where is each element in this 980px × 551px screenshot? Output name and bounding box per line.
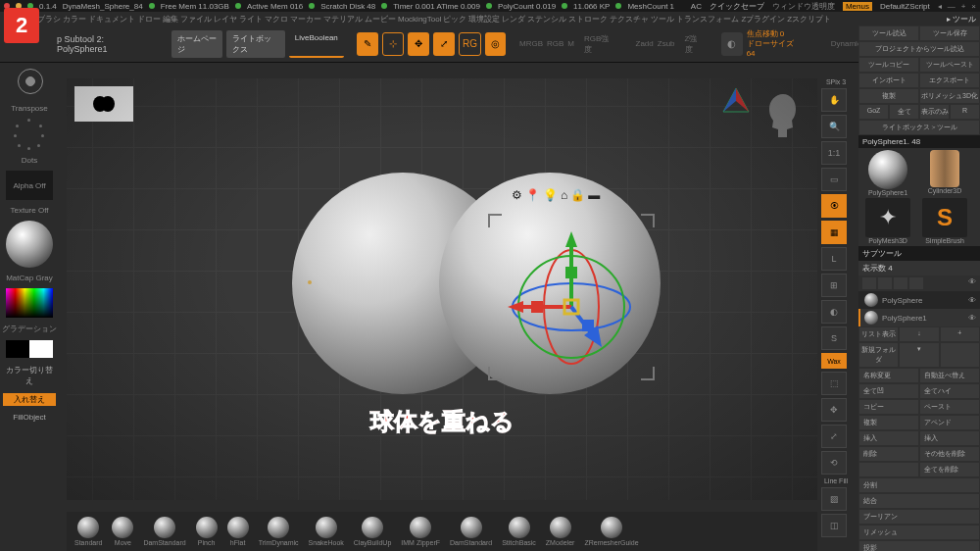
brush-zremesherguide[interactable]: ZRemesherGuide xyxy=(584,517,638,546)
rotate-mode-icon[interactable]: RG xyxy=(459,32,480,56)
menu-item[interactable]: ツール xyxy=(651,14,674,25)
scale-view-icon[interactable]: ⤢ xyxy=(821,425,847,448)
liveboolean-toggle[interactable]: LiveBoolean xyxy=(289,30,344,58)
panel-button[interactable]: 全てハイ xyxy=(920,384,979,398)
menu-item[interactable]: レンダ xyxy=(502,14,525,25)
mrgb-label[interactable]: MRGB xyxy=(519,39,543,48)
material-thumbnail[interactable] xyxy=(6,221,53,268)
mini-btn[interactable] xyxy=(862,277,876,289)
brush-pinch[interactable]: Pinch xyxy=(196,517,218,546)
rotate-view-icon[interactable]: ⟲ xyxy=(821,451,847,475)
floor-toggle-icon[interactable]: ▦ xyxy=(821,221,847,244)
zoom-tool-icon[interactable]: 🔍 xyxy=(821,115,847,138)
move-mode-icon[interactable]: ✥ xyxy=(408,32,429,56)
subtool-row[interactable]: PolySphere👁 xyxy=(858,291,980,309)
minimize-icon[interactable]: — xyxy=(948,2,956,11)
brush-snakehook[interactable]: SnakeHook xyxy=(309,517,344,546)
menu-item[interactable]: ドロー xyxy=(137,14,161,25)
move-view-icon[interactable]: ✥ xyxy=(821,398,847,422)
brush-hflat[interactable]: hFlat xyxy=(227,517,249,546)
texture-off-label[interactable]: Texture Off xyxy=(11,206,49,215)
alpha-thumbnail[interactable]: Alpha Off xyxy=(6,171,53,200)
window-opacity-label[interactable]: ウィンドウ透明度 xyxy=(772,1,835,12)
menu-item[interactable]: 編集 xyxy=(163,14,178,25)
draw-mode-icon[interactable]: ⊹ xyxy=(382,32,404,56)
brush-imm zipperf[interactable]: IMM ZipperF xyxy=(401,517,440,546)
menu-item[interactable]: マーカー xyxy=(290,14,321,25)
panel-button[interactable]: 全て凹 xyxy=(859,384,918,398)
wax-toggle[interactable]: Wax xyxy=(821,353,847,369)
frame-icon[interactable]: ▭ xyxy=(821,168,847,191)
polyframe-icon[interactable]: ▨ xyxy=(821,487,847,511)
subtool-header[interactable]: サブツール xyxy=(858,246,980,261)
panel-accordion[interactable]: 分割 xyxy=(859,478,979,492)
actual-size-icon[interactable]: 1:1 xyxy=(821,141,847,165)
panel-button[interactable]: 名称変更 xyxy=(859,369,918,382)
panel-accordion[interactable]: 投影 xyxy=(859,541,979,551)
brush-damstandard[interactable]: DamStandard xyxy=(143,517,185,546)
panel-button[interactable]: プロジェクトからツール読込 xyxy=(859,42,979,56)
panel-button[interactable]: ツール読込 xyxy=(859,26,918,40)
brush-move[interactable]: Move xyxy=(112,517,133,546)
m-label[interactable]: M xyxy=(567,39,574,48)
stroke-dots-icon[interactable] xyxy=(14,119,45,150)
axis-indicator[interactable] xyxy=(721,86,751,116)
zsub-label[interactable]: Zsub xyxy=(658,39,675,48)
default-zscript[interactable]: DefaultZScript xyxy=(880,2,930,11)
tool-tile-simplebrush[interactable]: SimpleBrush xyxy=(917,198,972,244)
eye-icon[interactable]: 👁 xyxy=(968,277,976,289)
transpose-tool-icon[interactable] xyxy=(12,63,47,98)
menu-item[interactable]: ステンシル xyxy=(527,14,566,25)
panel-button[interactable]: ▾ xyxy=(900,343,938,367)
linefill-label[interactable]: Line Fill xyxy=(821,477,851,484)
tool-tile-cylinder3d[interactable]: Cylinder3D xyxy=(917,150,972,196)
tool-tile-polymesh3d[interactable]: PolyMesh3D xyxy=(860,198,915,244)
tool-menu[interactable]: ▸ ツール xyxy=(947,14,976,25)
mini-btn[interactable] xyxy=(894,277,907,289)
draw-size-label[interactable]: ドローサイズ 64 xyxy=(747,39,800,59)
panel-button[interactable]: GoZ xyxy=(859,105,888,119)
scale-mode-icon[interactable]: ⤢ xyxy=(433,32,455,56)
solo-icon[interactable]: S xyxy=(821,326,847,350)
mini-btn[interactable] xyxy=(909,277,923,289)
sphere-object-b[interactable] xyxy=(439,173,661,394)
hand-tool-icon[interactable]: ✋ xyxy=(821,88,847,112)
color-swatch[interactable] xyxy=(6,340,53,358)
viewport-canvas[interactable]: ⚙ 📍 💡 ⌂ 🔒 ▬ 球体を重ねる xyxy=(67,78,817,500)
brush-standard[interactable]: Standard xyxy=(74,517,102,546)
camera-head-icon[interactable] xyxy=(760,90,806,147)
panel-button[interactable]: + xyxy=(941,327,979,341)
local-toggle-icon[interactable]: L xyxy=(821,247,847,271)
menu-item[interactable]: マクロ xyxy=(265,14,288,25)
edit-mode-icon[interactable]: ✎ xyxy=(357,32,378,56)
panel-button[interactable]: 削除 xyxy=(859,447,918,461)
menu-item[interactable]: Zスクリプト xyxy=(787,14,831,25)
menu-item[interactable]: ピック xyxy=(443,14,466,25)
subtool-preview[interactable] xyxy=(74,86,133,122)
homepage-button[interactable]: ホームページ xyxy=(172,30,223,58)
brush-zmodeler[interactable]: ZModeler xyxy=(546,517,575,546)
menu-item[interactable]: マテリアル xyxy=(323,14,363,25)
focal-shift-icon[interactable]: ◐ xyxy=(721,32,743,56)
panel-button[interactable]: 自動並べ替え xyxy=(920,369,979,382)
brush-damstandard[interactable]: DamStandard xyxy=(450,517,492,546)
panel-button[interactable]: ペースト xyxy=(920,400,979,414)
menu-item[interactable]: ブラシ xyxy=(37,14,61,25)
back-icon[interactable]: ◂ xyxy=(938,2,942,11)
xpose-icon[interactable]: ⊞ xyxy=(821,274,847,297)
spix-label[interactable]: SPix 3 xyxy=(821,78,851,85)
ghost-icon[interactable]: ◐ xyxy=(821,300,847,324)
menu-item[interactable]: ファイル xyxy=(180,14,212,25)
quicksave-button[interactable]: クイックセーブ xyxy=(710,1,764,12)
panel-accordion[interactable]: ブーリアン xyxy=(859,510,979,524)
brush-stitchbasic[interactable]: StitchBasic xyxy=(502,517,536,546)
mini-btn[interactable] xyxy=(878,277,892,289)
panel-button[interactable]: アペンド xyxy=(920,416,979,429)
fillobject-button[interactable]: FillObject xyxy=(3,412,56,423)
subtool-row[interactable]: PolySphere1👁 xyxy=(858,309,980,326)
panel-button[interactable]: 挿入 xyxy=(920,431,979,445)
close-icon[interactable]: × xyxy=(971,2,976,11)
menu-item[interactable]: ライト xyxy=(239,14,263,25)
maximize-icon[interactable]: + xyxy=(961,2,966,11)
brush-trimdynamic[interactable]: TrimDynamic xyxy=(259,517,299,546)
